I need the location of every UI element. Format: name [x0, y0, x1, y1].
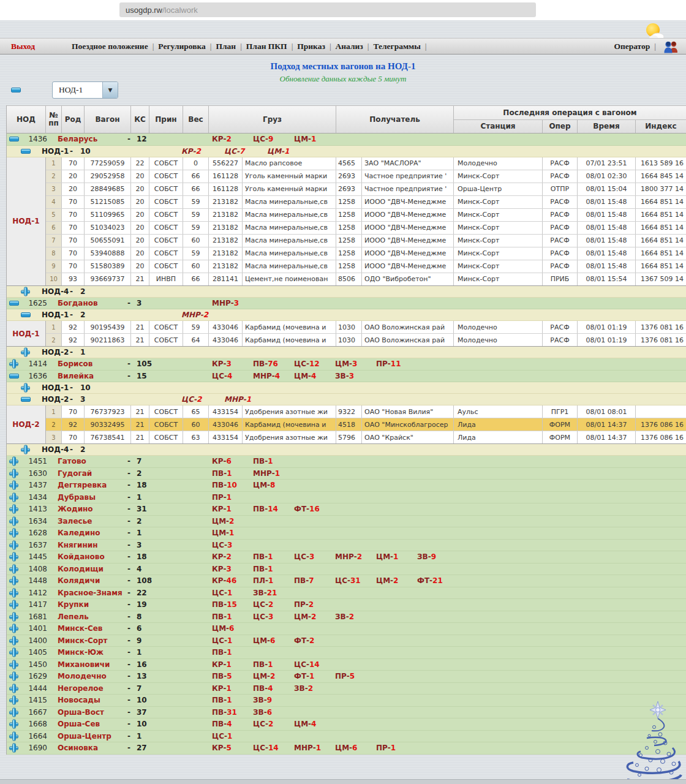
menu-item[interactable]: Анализ: [336, 42, 363, 51]
station-group-row[interactable]: 1417Крупки-19ПВ-15ЦС-2ПР-2: [7, 599, 686, 611]
wagon-row[interactable]: 9705158038920СОБСТ60213182Масла минераль…: [46, 260, 686, 273]
nod-group-row[interactable]: НОД-1-10: [7, 382, 686, 394]
expand-icon[interactable]: [9, 457, 18, 466]
wagon-row[interactable]: 2202905295820СОБСТ66161128Уголь каменный…: [46, 170, 686, 183]
expand-icon[interactable]: [21, 348, 30, 357]
station-group-row[interactable]: 1434Дубравы-1ПР-1: [7, 492, 686, 504]
collapse-icon[interactable]: [21, 149, 31, 154]
menu-item-operator[interactable]: Оператор: [614, 42, 650, 51]
expand-icon[interactable]: [9, 720, 18, 729]
station-group-row[interactable]: 1681Лепель-8ПВ-1ЦС-3ЦМ-2ЗВ-2: [7, 611, 686, 624]
station-group-row[interactable]: 1629Молодечно-13ПВ-5ЦМ-2ФТ-1ПР-5: [7, 671, 686, 683]
station-group-row[interactable]: 1444Негорелое-7КР-1ПВ-4ЗВ-2: [7, 683, 686, 695]
station-group-row[interactable]: 1412Красное-Знамя-22ЦС-1ЗВ-21: [7, 587, 686, 600]
station-group-row[interactable]: 1630Гудогай-2ПВ-1МНР-1: [7, 468, 686, 480]
station-group-row[interactable]: 1451Гатово-7КР-6ПВ-1: [7, 456, 686, 468]
wagon-row[interactable]: 4705121508520СОБСТ59213182Масла минераль…: [46, 196, 686, 209]
wagon-row[interactable]: 3202884968520СОБСТ66161128Уголь каменный…: [46, 183, 686, 196]
expand-icon[interactable]: [9, 731, 18, 741]
station-group-row[interactable]: 1634Залесье-2ЦМ-2: [7, 516, 686, 528]
expand-icon[interactable]: [21, 445, 30, 454]
expand-icon[interactable]: [9, 540, 18, 549]
nod-group-row[interactable]: НОД-4-2: [7, 444, 686, 456]
station-group-row[interactable]: 1664Орша-Центр-1ЦС-1: [7, 731, 686, 743]
expand-icon[interactable]: [9, 612, 18, 621]
expand-icon[interactable]: [9, 576, 18, 586]
expand-icon[interactable]: [9, 360, 18, 369]
expand-icon[interactable]: [9, 636, 18, 645]
expand-icon[interactable]: [9, 696, 18, 705]
wagon-row[interactable]: 2929021186321СОБСТ64433046Карбамид (моче…: [46, 334, 686, 346]
expand-icon[interactable]: [9, 529, 18, 538]
expand-icon[interactable]: [9, 744, 18, 753]
expand-icon[interactable]: [9, 564, 18, 573]
expand-icon[interactable]: [9, 469, 18, 478]
users-icon[interactable]: [663, 39, 679, 54]
station-group-row[interactable]: 1690Осиновка-27КР-5ЦС-14МНР-1ЦМ-6ПР-1: [7, 742, 686, 755]
menu-item[interactable]: План: [216, 42, 236, 51]
station-group-row[interactable]: 1668Орша-Сев-10ПВ-4ЦС-2ЦМ-4: [7, 718, 686, 731]
station-group-row[interactable]: 1667Орша-Вост-37ПВ-31ЗВ-6: [7, 707, 686, 719]
nod-group-row[interactable]: НОД-1-2МНР-2: [7, 309, 686, 321]
collapse-icon[interactable]: [9, 374, 19, 379]
collapse-icon[interactable]: [9, 137, 19, 141]
wagon-row[interactable]: 10939366973721ИНВП66281141Цемент,не поим…: [46, 273, 686, 285]
station-group-row[interactable]: 1437Дегтяревка-18ПВ-10ЦМ-8: [7, 480, 686, 492]
station-group-row[interactable]: 1415Новосады-10ПВ-1ЗВ-9: [7, 695, 686, 707]
expand-icon[interactable]: [9, 516, 18, 526]
expand-icon[interactable]: [9, 505, 18, 514]
collapse-all-icon[interactable]: [11, 88, 21, 92]
station-group-row[interactable]: 1414Борисов-105КР-3ПВ-76ЦС-12ЦМ-3ПР-11: [7, 358, 686, 371]
nod-group-row[interactable]: НОД-1-10КР-2ЦС-7ЦМ-1: [7, 146, 686, 157]
wagon-row[interactable]: 6705103402320СОБСТ59213182Масла минераль…: [46, 222, 686, 235]
station-group-row[interactable]: 1628Каледино-1ЦМ-1: [7, 527, 686, 540]
wagon-row[interactable]: 8705394088820СОБСТ59213182Масла минераль…: [46, 247, 686, 260]
wagon-row[interactable]: 3707673854121СОБСТ63433154Удобрения азот…: [46, 431, 686, 443]
station-group-row[interactable]: 1401Минск-Сев-6ЦМ-6: [7, 623, 686, 635]
nod-group-row[interactable]: НОД-2-3ЦС-2МНР-1: [7, 394, 686, 405]
station-group-row[interactable]: 1408Колодищи-4КР-3ПВ-1: [7, 564, 686, 576]
menu-item[interactable]: Телеграммы: [373, 42, 420, 51]
nod-group-row[interactable]: НОД-4-2: [7, 286, 686, 298]
expand-icon[interactable]: [9, 481, 18, 490]
menu-item-exit[interactable]: Выход: [11, 42, 35, 51]
station-group-row[interactable]: 1445Койданово-18КР-2ПВ-1ЦС-3МНР-2ЦМ-1ЗВ-…: [7, 551, 686, 564]
collapse-icon[interactable]: [21, 312, 31, 317]
expand-icon[interactable]: [9, 588, 18, 597]
station-group-row[interactable]: 1400Минск-Сорт-9ЦС-1ЦМ-6ФТ-2: [7, 635, 686, 647]
station-group-row[interactable]: 1637Княгинин-3ЦС-3: [7, 540, 686, 552]
expand-icon[interactable]: [21, 287, 30, 296]
expand-icon[interactable]: [9, 600, 18, 609]
nod-selector[interactable]: НОД-1 ▼: [52, 81, 118, 99]
chevron-down-icon[interactable]: ▼: [102, 82, 118, 98]
menu-item[interactable]: Приказ: [297, 42, 325, 51]
expand-icon[interactable]: [9, 707, 18, 717]
wagon-row[interactable]: 1707673792321СОБСТ65433154Удобрения азот…: [46, 405, 686, 418]
station-group-row[interactable]: 1450Михановичи-16КР-1ПВ-1ЦС-14: [7, 659, 686, 671]
station-group-row[interactable]: 1413Жодино-31КР-1ПВ-14ФТ-16: [7, 503, 686, 516]
collapse-icon[interactable]: [9, 301, 19, 306]
expand-icon[interactable]: [21, 383, 30, 393]
wagon-row[interactable]: 1707725905922СОБСТ0556227Масло рапсовое4…: [46, 157, 686, 170]
nod-group-row[interactable]: НОД-2-1: [7, 347, 686, 358]
expand-icon[interactable]: [9, 660, 18, 669]
collapse-icon[interactable]: [21, 397, 31, 402]
menu-item[interactable]: Поездное положение: [72, 42, 148, 51]
menu-item[interactable]: Регулировка: [158, 42, 206, 51]
expand-icon[interactable]: [9, 684, 18, 693]
station-group-row[interactable]: 1448Колядичи-108КР-46ПЛ-1ПВ-7ЦС-31ЦМ-2ФТ…: [7, 575, 686, 587]
station-group-row[interactable]: 1436Беларусь-12КР-2ЦС-9ЦМ-1: [7, 134, 686, 146]
station-group-row[interactable]: 1625Богданов-3МНР-3: [7, 298, 686, 310]
expand-icon[interactable]: [9, 552, 18, 562]
station-group-row[interactable]: 1636Вилейка-15ЦС-4МНР-4ЦМ-4ЗВ-3: [7, 371, 686, 383]
wagon-row[interactable]: 2929033249521СОБСТ60433046Карбамид (моче…: [46, 418, 686, 431]
expand-icon[interactable]: [9, 624, 18, 633]
station-group-row[interactable]: 1405Минск-Юж-1ПВ-1: [7, 647, 686, 659]
wagon-row[interactable]: 1929019543921СОБСТ59433046Карбамид (моче…: [46, 321, 686, 334]
url-bar[interactable]: usogdp.rw/localwork: [119, 2, 536, 17]
expand-icon[interactable]: [9, 492, 18, 502]
menu-item[interactable]: План ПКП: [246, 42, 287, 51]
expand-icon[interactable]: [9, 648, 18, 657]
wagon-row[interactable]: 5705110996520СОБСТ59213182Масла минераль…: [46, 209, 686, 222]
wagon-row[interactable]: 7705065509120СОБСТ60213182Масла минераль…: [46, 235, 686, 247]
